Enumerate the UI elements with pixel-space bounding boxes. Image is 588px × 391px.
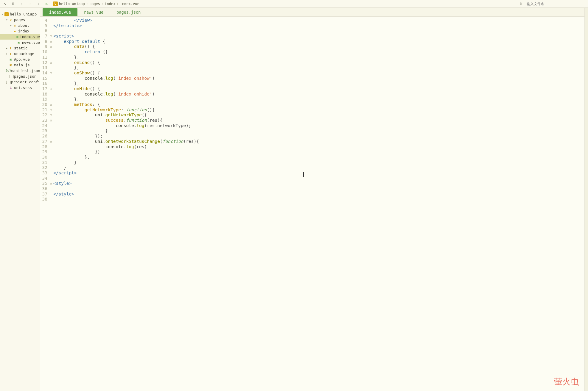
tree-item[interactable]: ▾Uhello uniapp (0, 11, 40, 17)
tree-item[interactable]: ▾▰pages (0, 17, 40, 23)
code-line[interactable]: }, (53, 81, 584, 86)
code-line[interactable]: console.log('index onshow') (53, 76, 584, 81)
code-line[interactable] (53, 197, 584, 202)
fold-toggle[interactable]: ⊟ (49, 118, 53, 123)
code-line[interactable]: }, (53, 55, 584, 60)
code-line[interactable]: } (53, 128, 584, 134)
fold-toggle[interactable]: ⊟ (49, 102, 53, 107)
code-line[interactable]: export default { (53, 39, 584, 44)
fold-toggle (49, 18, 53, 23)
fold-toggle[interactable]: ⊟ (49, 44, 53, 49)
tree-label: App.vue (14, 57, 30, 62)
code-line[interactable]: </script> (53, 171, 584, 176)
tree-item[interactable]: ଌuni.scss (0, 85, 40, 90)
code-line[interactable]: uni.onNetworkStatusChange(function(res){ (53, 139, 584, 144)
code-line[interactable]: }, (53, 155, 584, 160)
fold-toggle[interactable]: ⊟ (49, 181, 53, 186)
tree-label: news.vue (22, 40, 40, 45)
line-number: 37 (40, 192, 47, 197)
code-line[interactable]: </style> (53, 192, 584, 197)
tree-item[interactable]: ▸▮unpackage (0, 51, 40, 57)
tree-item[interactable]: [ ]project.config.... (0, 79, 40, 85)
code-line[interactable]: }, (53, 97, 584, 102)
code-line[interactable]: console.log(res) (53, 144, 584, 150)
tree-item[interactable]: ▣main.js (0, 62, 40, 68)
code-editor[interactable]: 4567891011121314151617181920212223242526… (40, 17, 584, 391)
crumb-1[interactable]: pages (89, 2, 100, 6)
tab[interactable]: index.vue (43, 8, 77, 16)
tree-item[interactable]: ▣index.vue (0, 34, 40, 40)
watermark: 萤火虫 (554, 376, 579, 387)
code-line[interactable] (53, 186, 584, 192)
code-line[interactable]: methods: { (53, 102, 584, 107)
fold-toggle[interactable]: ⊟ (49, 86, 53, 92)
line-number: 24 (40, 123, 47, 129)
twist-icon[interactable]: ▾ (10, 29, 13, 33)
tree-item[interactable]: ▸▮about (0, 23, 40, 28)
code-line[interactable]: onHide() { (53, 86, 584, 92)
twist-icon[interactable]: ▸ (5, 52, 8, 55)
forward-icon[interactable]: › (27, 1, 33, 7)
code-line[interactable]: onLoad() { (53, 60, 584, 65)
run-icon[interactable]: ▷ (43, 1, 50, 7)
tree-label: pages (14, 18, 25, 22)
code-line[interactable]: }) (53, 149, 584, 155)
tab[interactable]: news.vue (77, 8, 110, 16)
crumb-0[interactable]: hello uniapp (59, 2, 85, 6)
code-line[interactable] (53, 28, 584, 34)
tab[interactable]: pages.json (110, 8, 147, 16)
fold-toggle (49, 165, 53, 171)
save-icon[interactable]: 🗎 (10, 1, 17, 7)
fold-toggle[interactable]: ⊟ (49, 60, 53, 65)
code-line[interactable]: onShow() { (53, 71, 584, 76)
tree-item[interactable]: ▾▰index (0, 28, 40, 34)
code-content[interactable]: </view></template> <script> export defau… (53, 18, 584, 391)
search-file-icon[interactable]: 🗎 (518, 1, 524, 7)
code-line[interactable]: </template> (53, 23, 584, 29)
code-line[interactable]: } (53, 160, 584, 165)
fold-toggle (49, 123, 53, 129)
file-icon: ▣ (17, 40, 21, 44)
code-line[interactable]: <script> (53, 34, 584, 39)
code-line[interactable] (53, 176, 584, 181)
code-line[interactable]: </view> (53, 18, 584, 23)
star-icon[interactable]: ☆ (35, 1, 42, 7)
code-line[interactable]: console.log('index onhide') (53, 92, 584, 97)
twist-icon[interactable]: ▸ (10, 24, 13, 27)
code-line[interactable]: data() { (53, 44, 584, 49)
code-line[interactable]: }); (53, 134, 584, 139)
twist-icon[interactable]: ▾ (1, 12, 4, 16)
code-line[interactable]: <style> (53, 181, 584, 186)
twist-icon[interactable]: ▾ (5, 18, 8, 21)
code-line[interactable]: success:function(res){ (53, 118, 584, 123)
fold-toggle[interactable]: ⊟ (49, 34, 53, 39)
fold-gutter[interactable]: ⊟⊟⊟⊟⊟⊟⊟⊟⊟⊟⊟⊟ (49, 18, 53, 391)
fold-toggle[interactable]: ⊟ (49, 39, 53, 44)
fold-toggle[interactable]: ⊟ (49, 107, 53, 113)
fold-toggle[interactable]: ⊟ (49, 71, 53, 76)
breadcrumb: U hello uniapp › pages › index › index.v… (53, 1, 139, 6)
file-tree: ▾Uhello uniapp▾▰pages▸▮about▾▰index▣inde… (0, 8, 40, 391)
fold-toggle[interactable]: ⊟ (49, 139, 53, 144)
code-line[interactable]: } (53, 165, 584, 171)
crumb-3[interactable]: index.vue (120, 2, 139, 6)
code-line[interactable]: return {} (53, 49, 584, 55)
tree-item[interactable]: ▸▮static (0, 45, 40, 51)
toggle-panel-icon[interactable]: ⇲ (2, 1, 8, 7)
tree-item[interactable]: [ ]pages.json (0, 73, 40, 79)
code-line[interactable]: uni.getNetworkType({ (53, 112, 584, 118)
code-line[interactable]: console.log(res.networkType); (53, 123, 584, 129)
line-number: 27 (40, 139, 47, 144)
tree-item[interactable]: ▣news.vue (0, 40, 40, 45)
code-line[interactable]: }, (53, 65, 584, 71)
tree-item[interactable]: {o}manifest.json (0, 68, 40, 73)
tree-item[interactable]: ▣App.vue (0, 57, 40, 62)
fold-toggle[interactable]: ⊟ (49, 112, 53, 118)
back-icon[interactable]: ‹ (18, 1, 25, 7)
twist-icon[interactable]: ▸ (5, 46, 8, 50)
search-input[interactable] (527, 1, 586, 7)
crumb-2[interactable]: index (105, 2, 115, 6)
scrollbar[interactable] (584, 8, 588, 391)
code-line[interactable]: getNetworkType: function(){ (53, 107, 584, 113)
file-icon: ଌ (8, 86, 13, 90)
